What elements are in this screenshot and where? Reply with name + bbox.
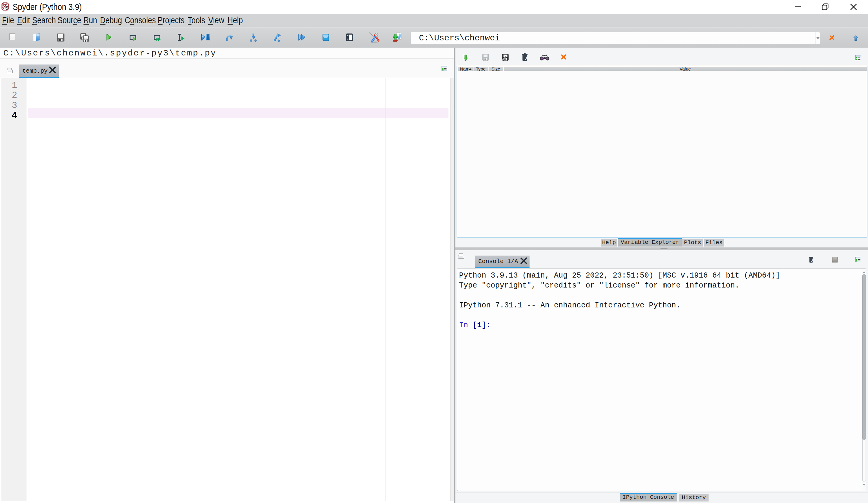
svg-text:S: S [5, 5, 8, 11]
